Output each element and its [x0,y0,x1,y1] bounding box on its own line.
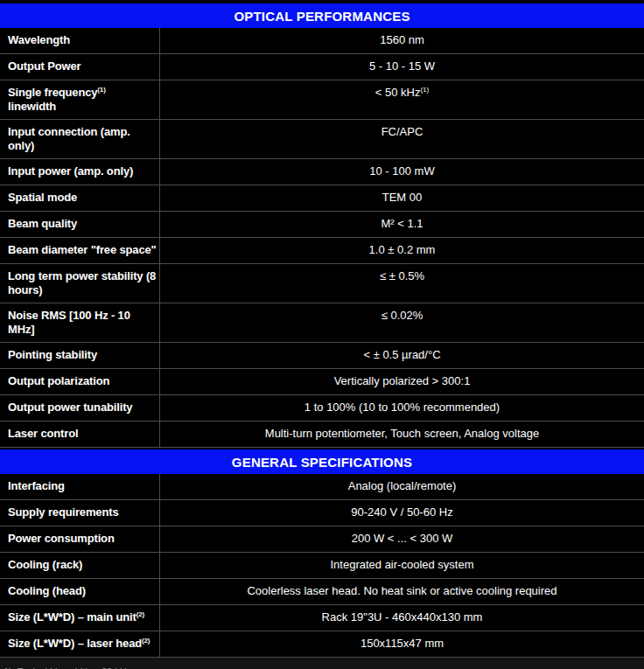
spec-label-cell: Long term power stability (8 hours) [0,264,160,303]
section-title: GENERAL SPECIFICATIONS [232,455,412,470]
spec-value-cell: 10 - 100 mW [160,159,644,185]
spec-row: Output power tunability1 to 100% (10 to … [0,395,644,422]
spec-row: Long term power stability (8 hours)≤ ± 0… [0,264,644,303]
spec-value-cell: 150x115x47 mm [160,631,644,657]
general-specifications-table: InterfacingAnalog (local/remote)Supply r… [0,474,644,658]
spec-value-cell: 1.0 ± 0.2 mm [160,238,644,263]
spec-value-cell: < 50 kHz(1) [160,80,644,119]
spec-value-cell: 1560 nm [160,28,644,53]
superscript-note-marker: (2) [142,637,150,645]
spec-value-cell: 1 to 100% (10 to 100% recommended) [160,395,644,421]
spec-label-cell: Interfacing [0,474,160,499]
spec-row: Cooling (rack)Integrated air-cooled syst… [0,553,644,579]
spec-label-cell: Wavelength [0,28,160,53]
spec-row: Beam diameter "free space"1.0 ± 0.2 mm [0,238,644,264]
section-header-optical-performances: OPTICAL PERFORMANCES [0,3,644,28]
spec-value-cell: Integrated air-cooled system [160,553,644,578]
spec-row: Output Power5 - 10 - 15 W [0,54,644,80]
spec-label-cell: Noise RMS [100 Hz - 10 MHz] [0,303,160,342]
spec-value-cell: FC/APC [160,120,644,158]
spec-row: Size (L*W*D) – laser head(2)150x115x47 m… [0,631,644,658]
spec-label-cell: Input connection (amp. only) [0,120,160,158]
superscript-note-marker: (1) [420,86,429,94]
spec-row: Size (L*W*D) – main unit(2)Rack 19"3U - … [0,605,644,631]
spec-value-cell: ≤ 0.02% [160,303,644,342]
spec-row: Wavelength1560 nm [0,28,644,54]
spec-row: Cooling (head)Coolerless laser head. No … [0,579,644,605]
spec-row: Beam qualityM² < 1.1 [0,212,644,238]
spec-value-cell: Rack 19"3U - 460x440x130 mm [160,605,644,631]
superscript-note-marker: (1) [97,86,105,94]
spec-value-cell: ≤ ± 0.5% [160,264,644,303]
spec-label-cell: Power consumption [0,526,160,552]
spec-row: Power consumption200 W < ... < 300 W [0,526,644,553]
spec-label-cell: Output polarization [0,369,160,394]
spec-row: Pointing stability< ± 0.5 µrad/°C [0,343,644,369]
spec-label-cell: Beam diameter "free space" [0,238,160,263]
spec-row: Noise RMS [100 Hz - 10 MHz]≤ 0.02% [0,303,644,343]
spec-row: Single frequency(1) linewidth< 50 kHz(1) [0,80,644,120]
spec-row: Output polarizationVertically polarized … [0,369,644,395]
spec-row: Input connection (amp. only)FC/APC [0,120,644,159]
spec-value-cell: M² < 1.1 [160,212,644,237]
spec-label-cell: Size (L*W*D) – laser head(2) [0,631,160,657]
spec-label-cell: Pointing stability [0,343,160,368]
spec-label-cell: Supply requirements [0,500,160,526]
spec-label-cell: Input power (amp. only) [0,159,160,185]
spec-row: InterfacingAnalog (local/remote) [0,474,644,500]
spec-value-cell: Vertically polarized > 300:1 [160,369,644,394]
spec-value-cell: Coolerless laser head. No heat sink or a… [160,579,644,604]
spec-value-cell: 200 W < ... < 300 W [160,526,644,552]
spec-label-cell: Laser control [0,422,160,447]
spec-value-cell: < ± 0.5 µrad/°C [160,343,644,368]
spec-label-cell: Single frequency(1) linewidth [0,80,160,119]
superscript-note-marker: (2) [136,610,144,618]
spec-label-cell: Size (L*W*D) – main unit(2) [0,605,160,631]
spec-label-cell: Cooling (head) [0,579,160,604]
spec-label-cell: Beam quality [0,212,160,237]
footnote-area: 1): Typical Linewidth < 30 kHz [0,658,644,669]
spec-value-cell: 5 - 10 - 15 W [160,54,644,80]
section-header-general-specifications: GENERAL SPECIFICATIONS [0,449,644,474]
spec-label-cell: Cooling (rack) [0,553,160,578]
spec-row: Spatial modeTEM 00 [0,185,644,212]
spec-row: Input power (amp. only)10 - 100 mW [0,159,644,185]
spec-row: Supply requirements90-240 V / 50-60 Hz [0,500,644,526]
spec-label-cell: Spatial mode [0,185,160,211]
spec-value-cell: Multi-turn potentiometer, Touch screen, … [160,422,644,447]
spec-sheet-page: OPTICAL PERFORMANCES Wavelength1560 nmOu… [0,0,644,669]
spec-label-cell: Output Power [0,54,160,80]
spec-row: Laser controlMulti-turn potentiometer, T… [0,422,644,448]
spec-label-cell: Output power tunability [0,395,160,421]
spec-value-cell: 90-240 V / 50-60 Hz [160,500,644,526]
section-title: OPTICAL PERFORMANCES [234,9,410,24]
spec-value-cell: Analog (local/remote) [160,474,644,499]
spec-value-cell: TEM 00 [160,185,644,211]
optical-performances-table: Wavelength1560 nmOutput Power5 - 10 - 15… [0,28,644,448]
